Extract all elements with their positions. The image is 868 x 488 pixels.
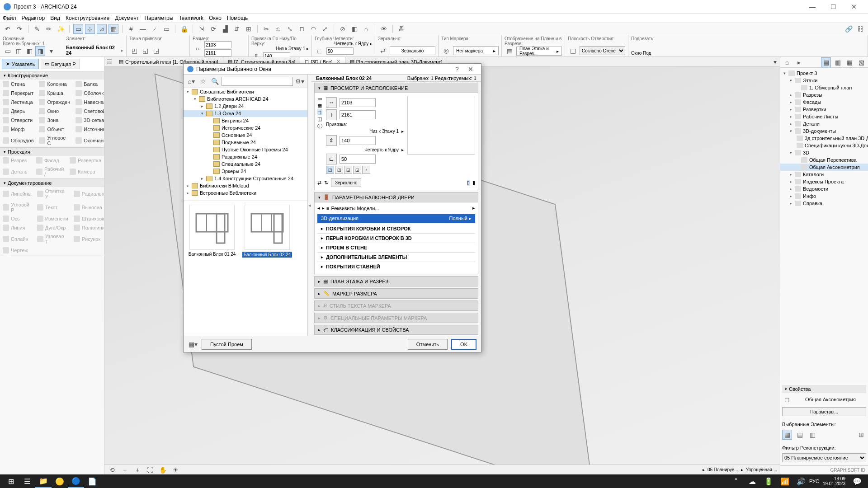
marker-icon[interactable]: ◎ [441, 46, 451, 56]
lib-item[interactable]: Витрины 24 [184, 117, 307, 124]
layer2-icon[interactable]: ◫ [14, 46, 24, 56]
menu-options[interactable]: Параметры [144, 15, 173, 21]
mirror-icon[interactable]: ▟ [220, 24, 230, 34]
move-icon[interactable]: ⇲ [197, 24, 207, 34]
tool-лестница[interactable]: Лестница [0, 98, 36, 107]
display-value[interactable]: План Этажа и Разрез...▸ [516, 47, 562, 56]
reveal-d-icon[interactable]: ⊏ [326, 154, 337, 164]
reveal-offset-input[interactable] [326, 47, 354, 55]
link2-icon[interactable]: ⛓ [855, 24, 865, 34]
design-header[interactable]: Конструирование [0, 71, 104, 80]
resize-icon[interactable]: ⤢ [320, 24, 330, 34]
dialog-height-input[interactable] [340, 110, 376, 119]
vlink-d-icon[interactable]: ⇕ [326, 135, 337, 146]
nav-item[interactable]: Общая Перспектива [780, 156, 868, 164]
tool-деталь[interactable]: Деталь [0, 165, 33, 178]
fillet-icon[interactable]: ◠ [308, 24, 318, 34]
props-header[interactable]: Свойства [782, 385, 866, 393]
suspend-icon[interactable]: ⊘ [338, 24, 348, 34]
nav-item[interactable]: ▸Разрезы [780, 91, 868, 99]
lib-thumb[interactable]: Балконный Блок 01 24 [187, 205, 237, 257]
dialog-reveal[interactable]: Четверть к Ядру [364, 147, 399, 152]
infobar-vlink-value[interactable]: Низ к Этажу 1 [276, 46, 306, 51]
nav-item[interactable]: ▸Фасады [780, 99, 868, 106]
infobar-reveal-value[interactable]: Четверть к Ядру [334, 41, 368, 46]
dialog-vlink-input[interactable] [340, 136, 376, 145]
lib-item[interactable]: ▸Библиотеки BIMcloud [184, 182, 307, 189]
nav-item[interactable]: ▸Индексы Проекта [780, 178, 868, 185]
tray-up-icon[interactable]: ˄ [728, 474, 744, 488]
tool-угловой р[interactable]: Угловой Р [0, 201, 34, 214]
tool-стена[interactable]: Стена [0, 80, 36, 89]
tool-перекрыт[interactable]: Перекрыт [0, 89, 36, 98]
nav-item[interactable]: Спецификаци кухни 3D-Докум [780, 142, 868, 149]
tool-разрез[interactable]: Разрез [0, 156, 33, 165]
tool-рисунок[interactable]: Рисунок [71, 232, 104, 246]
tool-отверсти[interactable]: Отверсти [0, 116, 36, 125]
param-subsection[interactable]: ▸ДОПОЛНИТЕЛЬНЫЕ ЭЛЕМЕНТЫ [317, 252, 475, 262]
sel-mode3-icon[interactable]: ▥ [807, 430, 817, 440]
model-req-label[interactable]: Реквизиты Модели... [331, 206, 471, 211]
anchor-4-icon[interactable]: ◲ [353, 166, 361, 174]
tool-колонна[interactable]: Колонна [36, 80, 73, 89]
nav-item[interactable]: 1. Обмерный план [780, 84, 868, 91]
nav-pub-icon[interactable]: ▧ [856, 57, 866, 67]
documentation-header[interactable]: Документирование [0, 179, 104, 187]
snap2-icon[interactable]: ◱ [140, 46, 150, 56]
anchor-3-icon[interactable]: ◱ [344, 166, 352, 174]
tool-полилини[interactable]: Полилини [71, 223, 104, 232]
flip-h-icon[interactable]: ⇄ [317, 180, 321, 186]
tray-wifi-icon[interactable]: 📶 [777, 474, 793, 488]
grid-icon[interactable]: # [126, 24, 136, 34]
marquee-tool[interactable]: ▭ Бегущая Р [41, 59, 80, 69]
trim-icon[interactable]: ✂ [261, 24, 271, 34]
grid-mode-icon[interactable]: ▦ [108, 24, 118, 34]
tool-радиальн[interactable]: Радиальн [71, 187, 104, 201]
prev-page-icon[interactable]: ◂ [317, 205, 320, 211]
snap-mode-icon[interactable]: ⊹ [85, 24, 95, 34]
tool-источник[interactable]: Источник [73, 125, 104, 134]
tray-battery-icon[interactable]: 🔋 [760, 474, 777, 488]
sel-mode1-icon[interactable]: ▦ [782, 430, 792, 440]
snap1-icon[interactable]: ◰ [129, 46, 139, 56]
flip-v-icon[interactable]: ⇅ [324, 180, 328, 186]
param-subsection[interactable]: ▸ПЕРЬЯ КОРОБКИ И СТВОРОК В 3D [317, 233, 475, 243]
lib-fav-icon[interactable]: ☆ [198, 76, 208, 86]
orient-2-icon[interactable]: ▮ [472, 180, 475, 186]
adjust-icon[interactable]: ⤡ [285, 24, 295, 34]
syringe-icon[interactable]: ✏ [44, 24, 54, 34]
tool-линия[interactable]: Линия [0, 223, 34, 232]
elevate-icon[interactable]: ⇵ [232, 24, 242, 34]
tool-световой[interactable]: Световой [73, 107, 104, 116]
tape-icon[interactable]: ⟋ [150, 24, 160, 34]
sel-more-icon[interactable]: ⊞ [856, 430, 866, 440]
lib-search-icon[interactable]: 🔍 [210, 76, 220, 86]
nav-item[interactable]: ▸Каталоги [780, 171, 868, 178]
print-icon[interactable]: 🖶 [396, 24, 406, 34]
status-plan[interactable]: 05 Планируе... [708, 467, 738, 472]
tool-узловая т[interactable]: Узловая Т [34, 232, 71, 246]
infobar-cut-value[interactable]: Окно Под [631, 51, 865, 56]
nav-item[interactable]: ▸Ведомости [780, 185, 868, 192]
zoom-out-icon[interactable]: − [120, 465, 130, 475]
nav-back-icon[interactable]: ▸ [794, 57, 804, 67]
mirror-button[interactable]: Зеркально [390, 46, 435, 55]
nav-item[interactable]: ▸Развертки [780, 106, 868, 113]
cursor-mode-icon[interactable]: ▭ [73, 24, 83, 34]
layer-icon[interactable]: ▭ [3, 46, 13, 56]
param-subsection[interactable]: ▸ПОКРЫТИЯ СТАВНЕЙ [317, 262, 475, 271]
rect-icon[interactable]: ▭ [161, 24, 171, 34]
opening-icon[interactable]: ◫ [568, 46, 578, 56]
menu-window[interactable]: Окно [209, 15, 222, 21]
nav-item[interactable]: ▾3D-документы [780, 127, 868, 135]
dialog-help-icon[interactable]: ? [450, 66, 464, 73]
guide-mode-icon[interactable]: ⊿ [97, 24, 107, 34]
menu-file[interactable]: Файл [3, 15, 16, 21]
tool-фасад[interactable]: Фасад [33, 156, 67, 165]
browser-icon[interactable]: 🟡 [52, 474, 68, 488]
menu-teamwork[interactable]: Teamwork [179, 15, 203, 21]
lib-home-icon[interactable]: ⌂▾ [186, 76, 196, 86]
tool-балка[interactable]: Балка [73, 80, 104, 89]
ok-button[interactable]: OK [451, 339, 476, 350]
anchor-1-icon[interactable]: ◰ [326, 166, 334, 174]
